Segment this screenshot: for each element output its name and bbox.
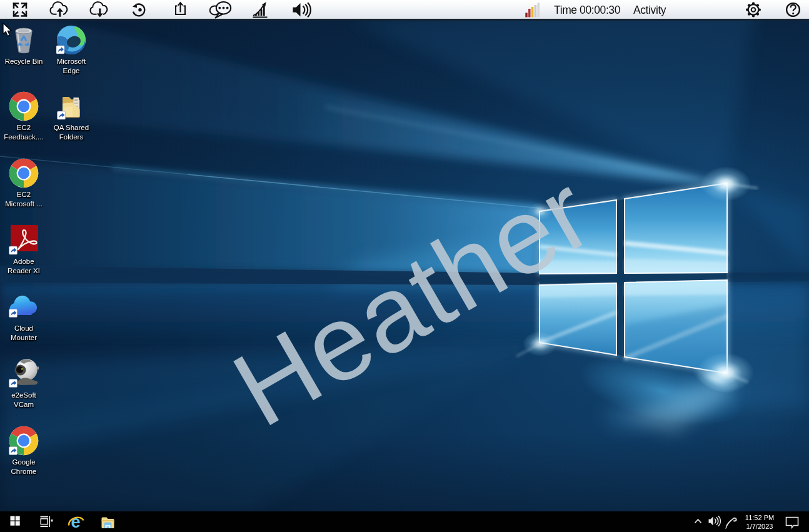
svg-text:e: e	[71, 513, 81, 531]
